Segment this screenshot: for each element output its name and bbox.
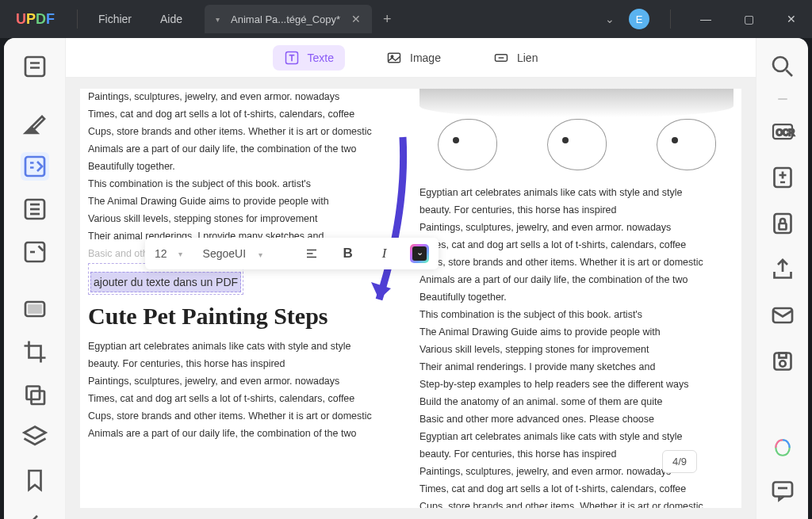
text-tool-button[interactable]: Texte [273,45,345,71]
link-tool-button[interactable]: Lien [482,45,549,71]
svg-rect-34 [773,483,792,497]
link-icon [493,50,509,66]
svg-rect-15 [31,391,44,405]
color-picker-button[interactable] [410,244,429,263]
tab-title: Animal Pa...tégé_Copy* [231,13,340,25]
page-organize-icon[interactable] [21,195,49,223]
animal-sketch [657,119,716,170]
document-viewport[interactable]: Paintings, sculptures, jewelry, and even… [66,78,756,519]
main-area: Texte Image Lien Paintings, sculptures, … [66,38,756,519]
right-column: Egyptian art celebrates animals like cat… [419,89,733,508]
svg-point-23 [773,57,787,71]
attachment-icon[interactable] [21,509,49,519]
chevron-down-icon[interactable]: ⌄ [605,13,615,25]
email-icon[interactable] [768,301,797,330]
menu-file[interactable]: Fichier [84,13,146,25]
comment-icon[interactable] [768,476,797,505]
document-tab[interactable]: ▾ Animal Pa...tégé_Copy* ✕ [205,5,372,33]
protect-icon[interactable] [768,209,797,238]
close-icon[interactable]: ✕ [351,13,361,25]
image-icon [386,50,402,66]
crop-icon[interactable] [21,338,49,366]
share-icon[interactable] [768,255,797,284]
titlebar: UPDF Fichier Aide ▾ Animal Pa...tégé_Cop… [0,0,812,38]
font-size-select[interactable]: 12 ▾ [155,247,182,260]
bold-button[interactable]: B [337,242,359,265]
app-logo: UPDF [0,11,71,28]
page-indicator[interactable]: 4/9 [662,450,697,473]
copy-icon[interactable] [21,380,49,409]
right-sidebar: OCR [756,38,808,519]
maximize-button[interactable]: ▢ [734,5,763,33]
svg-rect-33 [779,353,786,358]
workspace: Texte Image Lien Paintings, sculptures, … [4,38,808,519]
minimize-button[interactable]: — [691,5,720,33]
save-icon[interactable] [768,347,797,376]
illustration-area [419,89,733,170]
thumbnails-icon[interactable] [21,52,49,81]
add-tab-button[interactable]: + [372,11,403,28]
svg-rect-14 [26,387,40,400]
left-sidebar [4,38,66,519]
svg-point-32 [779,361,786,367]
edit-text-icon[interactable] [21,152,49,181]
left-column: Paintings, sculptures, jewelry, and even… [88,89,402,508]
close-button[interactable]: ✕ [777,5,806,33]
layers-icon[interactable] [21,423,49,452]
animal-sketch [438,119,497,170]
svg-rect-29 [779,223,786,230]
separator [778,98,787,100]
font-family-select[interactable]: SegoeUI ▾ [197,247,286,260]
chevron-down-icon: ▾ [178,250,182,258]
ocr-icon[interactable]: OCR [768,117,797,146]
divider [77,10,78,29]
pdf-page: Paintings, sculptures, jewelry, and even… [80,89,741,508]
page-heading: Cute Pet Painting Steps [88,303,402,330]
svg-text:OCR: OCR [776,128,795,137]
redact-icon[interactable] [21,295,49,323]
chevron-down-icon: ▾ [259,250,262,259]
menu-help[interactable]: Aide [146,13,197,25]
form-icon[interactable] [21,238,49,266]
bookmark-icon[interactable] [21,466,49,494]
image-tool-button[interactable]: Image [375,45,452,71]
edit-toolbar: Texte Image Lien [66,38,756,78]
italic-button[interactable]: I [373,242,396,265]
convert-icon[interactable] [768,163,797,192]
avatar[interactable]: E [629,9,649,29]
editable-text[interactable]: ajouter du texte dans un PDF [90,272,241,292]
search-icon[interactable] [768,52,797,81]
highlighter-icon[interactable] [21,109,49,138]
align-left-button[interactable] [301,242,323,265]
text-icon [284,50,300,66]
svg-rect-0 [25,57,44,76]
tab-dropdown-icon[interactable]: ▾ [216,15,220,24]
text-format-toolbar: 12 ▾ SegoeUI ▾ B I [145,238,439,269]
updf-logo-icon[interactable] [768,433,797,462]
animal-sketch [547,119,607,170]
svg-line-24 [786,71,792,77]
svg-rect-13 [29,306,40,313]
divider [670,10,671,29]
